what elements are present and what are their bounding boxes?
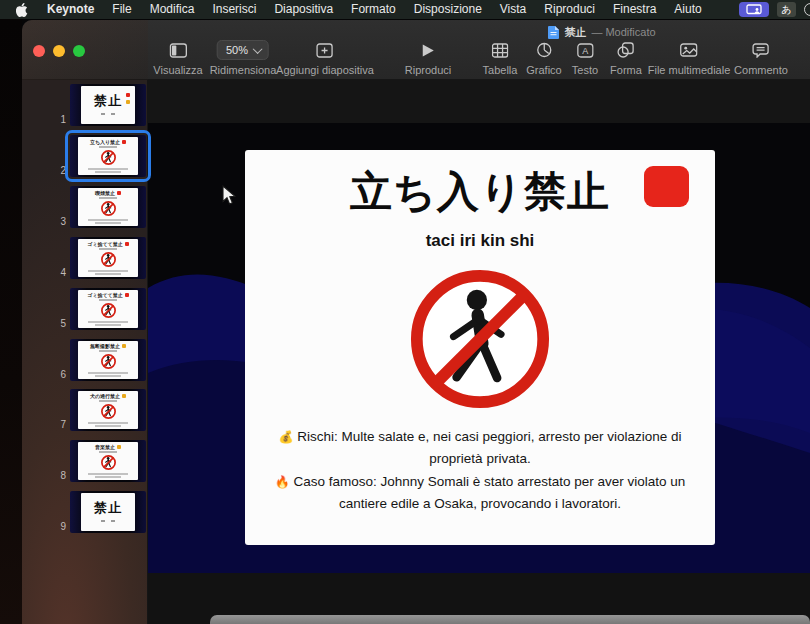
thumbnail-card: 犬の通行禁止 (78, 391, 138, 429)
thumbnail-accent-square (122, 140, 126, 144)
thumbnail-accent-square (122, 344, 126, 348)
add-slide-button[interactable]: Aggiungi diapositiva (276, 40, 374, 76)
thumbnail-romaji-line (99, 146, 117, 148)
thumbnail-card: 禁止 (81, 86, 135, 124)
input-source-menu-button[interactable]: あ (777, 2, 796, 17)
thumbnail-accent-square (125, 242, 129, 246)
zoom-level-button[interactable]: 50% (217, 40, 269, 60)
thumbnail-no-sign-icon (78, 149, 138, 166)
chart-icon (526, 40, 561, 60)
text-icon: A (572, 40, 598, 60)
play-button[interactable]: Riproduci (405, 40, 451, 76)
thumbnail-no-sign-icon (78, 200, 138, 217)
slide-thumbnail-7[interactable]: 犬の通行禁止 (70, 389, 146, 431)
text-button[interactable]: A Testo (572, 40, 598, 76)
shape-button[interactable]: Forma (610, 40, 642, 76)
thumbnail-yellow-square (126, 100, 130, 104)
no-entry-sign-graphic (402, 261, 558, 417)
slide-thumbnail-8[interactable]: 音楽禁止 (70, 440, 146, 482)
slide-thumbnail-row-7: 7犬の通行禁止 (22, 389, 148, 431)
screen-sharing-menu-button[interactable] (739, 2, 769, 17)
thumbnail-no-sign-icon (78, 403, 138, 420)
media-photo-icon (648, 40, 731, 60)
thumbnail-no-sign-icon (78, 251, 138, 268)
thumbnail-no-sign-icon (78, 302, 138, 319)
display-user-icon (746, 4, 762, 15)
menu-aiuto[interactable]: Aiuto (665, 0, 710, 19)
slide-number: 2 (40, 165, 66, 176)
thumbnail-card: 禁止 (81, 493, 135, 531)
slide-red-square[interactable] (644, 166, 689, 207)
thumbnail-card: ゴミ捨てて禁止 (78, 290, 138, 328)
add-slide-icon (276, 40, 374, 60)
slide-navigator: 1禁止2立ち入り禁止3喫煙禁止4ゴミ捨てて禁止5ゴミ捨てて禁止6無断撮影禁止7犬… (22, 80, 148, 624)
media-button[interactable]: File multimediale (648, 40, 731, 76)
slide-number: 1 (40, 114, 66, 125)
close-button[interactable] (33, 45, 45, 57)
menu-finestra[interactable]: Finestra (604, 0, 665, 19)
slide-card[interactable]: 立ち入り禁止 taci iri kin shi (245, 150, 715, 545)
menu-formato[interactable]: Formato (342, 0, 405, 19)
thumbnail-card: 喫煙禁止 (78, 188, 138, 226)
thumbnail-title: 立ち入り禁止 (78, 139, 138, 145)
minimize-button[interactable] (53, 45, 65, 57)
play-icon (405, 40, 451, 60)
slide-thumbnail-1[interactable]: 禁止 (70, 84, 146, 126)
thumbnail-title: 喫煙禁止 (78, 190, 138, 196)
no-entry-sign[interactable] (245, 261, 715, 417)
menu-riproduci[interactable]: Riproduci (535, 0, 604, 19)
chart-button[interactable]: Grafico (526, 40, 561, 76)
thumbnail-accent-square (122, 394, 126, 398)
table-button[interactable]: Tabella (483, 40, 518, 76)
menu-inserisci[interactable]: Inserisci (203, 0, 265, 19)
slide-number: 7 (40, 419, 66, 430)
menu-vista[interactable]: Vista (491, 0, 535, 19)
menu-diapositiva[interactable]: Diapositiva (265, 0, 342, 19)
slide-number: 8 (40, 470, 66, 481)
slide-thumbnail-row-2: 2立ち入り禁止 (22, 135, 148, 177)
thumbnail-title: ゴミ捨てて禁止 (78, 292, 138, 298)
view-button[interactable]: Visualizza (153, 40, 202, 76)
thumbnail-accent-square (117, 191, 121, 195)
slide-canvas[interactable]: 立ち入り禁止 taci iri kin shi (148, 123, 810, 573)
thumbnail-card: 音楽禁止 (78, 442, 138, 480)
body-line-case: 🔥 Caso famoso: Johnny Somali è stato arr… (258, 471, 702, 516)
slide-thumbnail-2[interactable]: 立ち入り禁止 (70, 135, 146, 177)
body-line-risks: 💰 Rischi: Multe salate e, nei casi peggi… (258, 426, 702, 471)
slide-number: 5 (40, 318, 66, 329)
menu-keynote[interactable]: Keynote (38, 0, 103, 19)
thumbnail-romaji-line (99, 451, 117, 453)
thumbnail-title: 音楽禁止 (78, 444, 138, 450)
slide-thumbnail-6[interactable]: 無断撮影禁止 (70, 339, 146, 381)
menu-file[interactable]: File (103, 0, 140, 19)
slide-body-text[interactable]: 💰 Rischi: Multe salate e, nei casi peggi… (258, 426, 702, 515)
menu-disposizione[interactable]: Disposizione (405, 0, 491, 19)
zoom-level-value: 50% (226, 44, 248, 56)
desktop-background (0, 19, 22, 624)
comment-button[interactable]: Commento (734, 40, 788, 76)
apple-icon (16, 3, 28, 17)
money-bag-emoji: 💰 (279, 430, 294, 444)
slide-thumbnail-3[interactable]: 喫煙禁止 (70, 186, 146, 228)
thumbnail-no-sign-icon (78, 454, 138, 471)
background-window-edge[interactable] (210, 615, 810, 624)
clock-menu-icon[interactable] (804, 3, 810, 16)
slide-subtitle[interactable]: taci iri kin shi (245, 231, 715, 251)
mouse-cursor (222, 185, 237, 206)
toolbar: 禁止 — Modificato Visualizza 50% Ridimensi… (22, 20, 810, 80)
slide-thumbnail-5[interactable]: ゴミ捨てて禁止 (70, 288, 146, 330)
fire-emoji: 🔥 (275, 475, 290, 489)
slide-thumbnail-9[interactable]: 禁止 (70, 491, 146, 533)
document-title: 禁止 (564, 25, 586, 40)
slide-number: 4 (40, 267, 66, 278)
zoom-control[interactable]: 50% Ridimensiona (210, 40, 277, 76)
menu-modifica[interactable]: Modifica (141, 0, 204, 19)
thumbnail-title: ゴミ捨てて禁止 (78, 241, 138, 247)
slide-thumbnail-4[interactable]: ゴミ捨てて禁止 (70, 237, 146, 279)
fullscreen-button[interactable] (73, 45, 85, 57)
thumbnail-romaji-line (99, 400, 117, 402)
thumbnail-romaji-line (99, 248, 117, 250)
comment-icon (734, 40, 788, 60)
thumbnail-accent-square (125, 293, 129, 297)
apple-menu[interactable] (16, 3, 28, 17)
